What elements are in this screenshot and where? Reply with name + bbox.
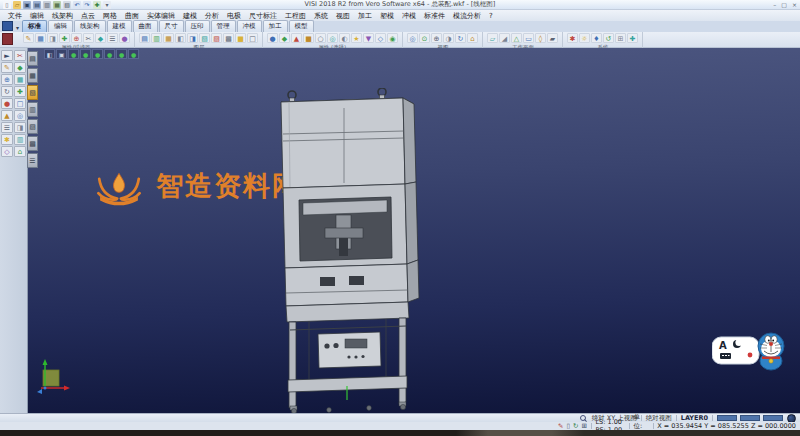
- copy-icon[interactable]: ▧: [63, 1, 71, 9]
- redline-pen-icon[interactable]: ✎: [558, 422, 563, 430]
- solid-icon[interactable]: ◆: [14, 62, 26, 73]
- toolbar-handle-icon[interactable]: [2, 33, 13, 45]
- status-layer-label[interactable]: LAYER0: [681, 414, 708, 422]
- panel-section-button[interactable]: ▥: [27, 102, 38, 117]
- menu-item[interactable]: 视图: [332, 11, 354, 21]
- panel-dense-button[interactable]: ▩: [27, 136, 38, 151]
- filter-cut-icon[interactable]: ✂: [83, 33, 94, 43]
- menu-item[interactable]: 标准件: [420, 11, 449, 21]
- visibility-eye-icon-6[interactable]: ●: [128, 49, 139, 59]
- burst-icon[interactable]: ✱: [1, 134, 13, 145]
- menu-item[interactable]: 实体编辑: [143, 11, 179, 21]
- new-file-icon[interactable]: ▯: [3, 1, 11, 9]
- diamond-icon[interactable]: ◇: [1, 146, 13, 157]
- home-view-icon[interactable]: ⌂: [14, 146, 26, 157]
- toolbar-tab[interactable]: 建模: [107, 20, 132, 32]
- menu-item[interactable]: 编辑: [26, 11, 48, 21]
- select-body-icon[interactable]: ■: [303, 33, 314, 43]
- visibility-eye-icon-1[interactable]: ●: [68, 49, 79, 59]
- list-icon[interactable]: ☰: [1, 122, 13, 133]
- add-entity-icon[interactable]: ✚: [14, 86, 26, 97]
- menu-item[interactable]: 线架构: [48, 11, 77, 21]
- status-chip-3[interactable]: [763, 415, 783, 421]
- minimize-button[interactable]: –: [773, 1, 776, 8]
- system-sun-icon[interactable]: ☼: [579, 33, 590, 43]
- menu-item[interactable]: 系统: [310, 11, 332, 21]
- display-mode-icon[interactable]: ◧: [44, 49, 55, 59]
- stamp-icon[interactable]: ✚: [93, 1, 101, 9]
- menu-item[interactable]: 文件: [4, 11, 26, 21]
- view-fit-icon[interactable]: ⊙: [419, 33, 430, 43]
- redo-icon[interactable]: ↷: [83, 1, 91, 9]
- status-chip-2[interactable]: [740, 415, 760, 421]
- system-diamond-icon[interactable]: ♦: [591, 33, 602, 43]
- visibility-eye-icon-3[interactable]: ●: [92, 49, 103, 59]
- close-button[interactable]: ×: [792, 1, 797, 8]
- layer-move-icon[interactable]: ▦: [163, 33, 174, 43]
- point-icon[interactable]: ●: [1, 98, 13, 109]
- menu-item[interactable]: 冲模: [398, 11, 420, 21]
- select-point-icon[interactable]: ●: [267, 33, 278, 43]
- render-mode-icon[interactable]: ▣: [56, 49, 67, 59]
- menu-item[interactable]: 建模: [179, 11, 201, 21]
- select-target-icon[interactable]: ◉: [387, 33, 398, 43]
- save-icon[interactable]: ▣: [23, 1, 31, 9]
- menu-item[interactable]: 网格: [99, 11, 121, 21]
- filter-add-icon[interactable]: ✚: [59, 33, 70, 43]
- filter-diamond-icon[interactable]: ◆: [95, 33, 106, 43]
- system-burst-icon[interactable]: ✱: [567, 33, 578, 43]
- toolbar-tab[interactable]: 冲模: [237, 20, 262, 32]
- panel-hatch-button[interactable]: ▨: [27, 119, 38, 134]
- filter-target-icon[interactable]: ⊕: [71, 33, 82, 43]
- plane-corner-icon[interactable]: ◢: [499, 33, 510, 43]
- select-solid-icon[interactable]: ◆: [279, 33, 290, 43]
- layer-cross-icon[interactable]: ▨: [211, 33, 222, 43]
- menu-item[interactable]: 塑模: [376, 11, 398, 21]
- refresh-icon[interactable]: ↻: [573, 422, 578, 430]
- select-half-icon[interactable]: ◐: [339, 33, 350, 43]
- filter-list-icon[interactable]: ☰: [107, 33, 118, 43]
- visibility-eye-icon-2[interactable]: ●: [80, 49, 91, 59]
- layer-half-icon[interactable]: ◧: [175, 33, 186, 43]
- layer-new-icon[interactable]: ▥: [151, 33, 162, 43]
- view-pan-icon[interactable]: ⊕: [431, 33, 442, 43]
- panel-hidden-line-button[interactable]: ▧: [27, 85, 38, 100]
- toolbar-tab[interactable]: 加工: [263, 20, 288, 32]
- sheet-icon[interactable]: ▯: [566, 422, 570, 430]
- toolbar-tab[interactable]: 曲面: [133, 20, 158, 32]
- status-chip-1[interactable]: [717, 415, 737, 421]
- select-ring-icon[interactable]: ◎: [327, 33, 338, 43]
- box-icon[interactable]: □: [14, 98, 26, 109]
- half-shade-icon[interactable]: ◨: [14, 122, 26, 133]
- panel-wireframe-button[interactable]: ▤: [27, 51, 38, 66]
- menu-item[interactable]: 分析: [201, 11, 223, 21]
- system-plus-icon[interactable]: ✚: [627, 33, 638, 43]
- select-circle-icon[interactable]: ○: [315, 33, 326, 43]
- circle-icon[interactable]: ◎: [14, 110, 26, 121]
- filter-grid-icon[interactable]: ▦: [35, 33, 46, 43]
- attribute-pen-icon[interactable]: ✎: [23, 33, 34, 43]
- layer-dense-icon[interactable]: ▩: [223, 33, 234, 43]
- panel-shaded-button[interactable]: ▦: [27, 68, 38, 83]
- mesh-icon[interactable]: ▦: [14, 74, 26, 85]
- plane-diamond-icon[interactable]: ◊: [535, 33, 546, 43]
- toolbar-tab[interactable]: 模型: [289, 20, 314, 32]
- ucs-axis-triad[interactable]: [33, 358, 75, 396]
- system-refresh-icon[interactable]: ↺: [603, 33, 614, 43]
- view-rotate-icon[interactable]: ↻: [455, 33, 466, 43]
- qat-dropdown-icon[interactable]: ▾: [103, 1, 111, 9]
- plane-rect-icon[interactable]: ▭: [523, 33, 534, 43]
- 3d-viewport[interactable]: ◧▣●●●●●● 智造资料网: [28, 48, 800, 413]
- view-zoom-icon[interactable]: ◎: [407, 33, 418, 43]
- menu-item[interactable]: 点云: [77, 11, 99, 21]
- select-star-icon[interactable]: ★: [351, 33, 362, 43]
- face-icon[interactable]: ▲: [1, 110, 13, 121]
- system-window-icon[interactable]: ⊞: [615, 33, 626, 43]
- layer-table-icon[interactable]: ▤: [139, 33, 150, 43]
- menu-item[interactable]: 加工: [354, 11, 376, 21]
- plane-tri-icon[interactable]: △: [511, 33, 522, 43]
- select-down-icon[interactable]: ▼: [363, 33, 374, 43]
- layer-hatch-icon[interactable]: ▧: [199, 33, 210, 43]
- select-diamond-icon[interactable]: ◇: [375, 33, 386, 43]
- maximize-button[interactable]: ▢: [781, 1, 787, 8]
